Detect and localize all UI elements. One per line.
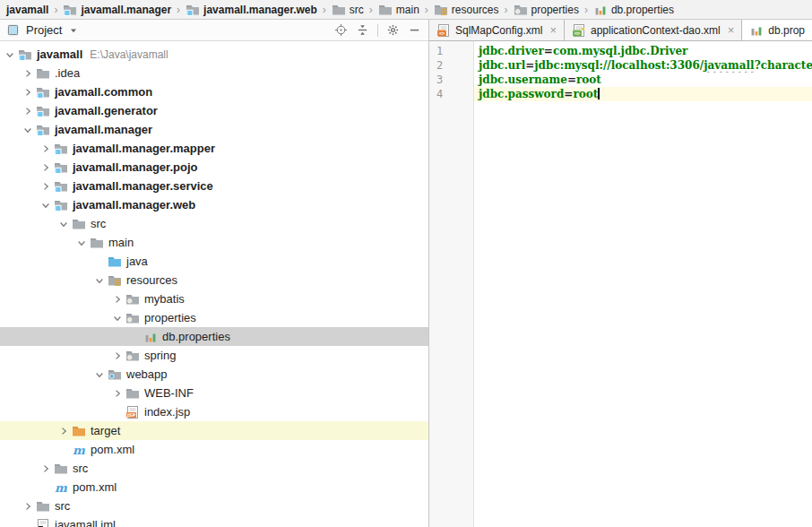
tree-row[interactable]: mybatis [0, 289, 428, 308]
breadcrumb-label: javamall.manager [81, 4, 171, 16]
project-tree: javamallE:\Java\javamall.ideajavamall.co… [0, 41, 428, 527]
tree-item-label: main [108, 236, 134, 249]
chevron-right-icon[interactable] [20, 499, 36, 514]
resources-folder-icon [434, 3, 448, 17]
tree-row[interactable]: mpom.xml [0, 440, 428, 459]
tree-row[interactable]: javamall.manager.mapper [0, 139, 428, 158]
tree-row[interactable]: javamall.manager [0, 120, 428, 139]
tree-item-label: src [91, 217, 106, 230]
close-icon[interactable]: × [728, 24, 735, 36]
property-key: jdbc.driver [479, 45, 544, 57]
tree-row[interactable]: target [0, 421, 428, 440]
chevron-down-icon[interactable] [91, 273, 108, 288]
tree-row[interactable]: javamallE:\Java\javamall [0, 45, 428, 64]
project-tool-window: Project javamallE:\Java\javamall.ideajav… [0, 20, 429, 527]
code-line: jdbc.url=jdbc:mysql://localhost:3306/jav… [474, 58, 812, 73]
folder-icon [36, 499, 50, 514]
editor-tab[interactable]: <>applicationContext-dao.xml× [565, 20, 742, 40]
properties-file-icon [749, 23, 764, 38]
chevron-right-icon[interactable] [109, 349, 125, 363]
chevron-right-icon[interactable] [38, 160, 54, 175]
module-folder-icon [54, 198, 68, 212]
breadcrumb-separator: › [584, 4, 588, 16]
breadcrumb-item[interactable]: src [330, 0, 366, 19]
tree-row[interactable]: src [0, 214, 428, 233]
property-value: root [573, 88, 598, 100]
editor-tab[interactable]: db.prop [742, 20, 812, 41]
tree-row[interactable]: src [0, 497, 428, 515]
svg-text:JSP: JSP [126, 411, 135, 417]
tree-item-label: javamall.manager.web [73, 198, 195, 212]
chevron-right-icon[interactable] [38, 462, 54, 476]
property-value: ?characterEncodin [755, 59, 812, 72]
chevron-right-icon[interactable] [20, 66, 36, 81]
chevron-down-icon[interactable] [2, 48, 18, 62]
tree-row[interactable]: webapp [0, 365, 428, 384]
tree-row[interactable]: java [0, 252, 428, 271]
svg-text:m: m [55, 480, 67, 494]
breadcrumb-item[interactable]: javamall [4, 0, 50, 19]
tree-row[interactable]: WEB-INF [0, 384, 428, 402]
breadcrumb-item[interactable]: resources [432, 0, 501, 19]
tree-row[interactable]: .idea [0, 64, 428, 82]
tree-row[interactable]: javamall.generator [0, 101, 428, 120]
tree-item-label: WEB-INF [144, 386, 194, 400]
property-key: jdbc.password [479, 88, 564, 100]
hide-panel-icon[interactable] [408, 23, 421, 37]
tree-row[interactable]: javamall.iml [0, 515, 428, 527]
tree-row[interactable]: properties [0, 308, 428, 327]
chevron-right-icon[interactable] [20, 85, 36, 99]
chevron-down-icon[interactable] [109, 311, 125, 325]
property-value: root [576, 73, 601, 86]
equals-sign: = [544, 45, 553, 57]
tree-row[interactable]: javamall.manager.pojo [0, 158, 428, 177]
dropdown-caret-icon[interactable] [66, 23, 80, 37]
collapse-all-icon[interactable] [356, 23, 369, 37]
breadcrumb-item[interactable]: javamall.manager.web [184, 0, 319, 19]
breadcrumb-separator: › [425, 4, 428, 16]
text-cursor [598, 88, 600, 99]
module-folder-icon [54, 142, 68, 156]
tree-row[interactable]: main [0, 233, 428, 252]
chevron-down-icon[interactable] [91, 367, 108, 382]
line-number: 1 [429, 44, 473, 58]
tree-row[interactable]: javamall.manager.service [0, 177, 428, 195]
project-panel-title[interactable]: Project [26, 23, 62, 37]
breadcrumb-item[interactable]: javamall.manager [61, 0, 173, 19]
chevron-right-icon[interactable] [56, 424, 72, 438]
equals-sign: = [567, 73, 576, 86]
editor-area: <>SqlMapConfig.xml×<>applicationContext-… [429, 20, 812, 527]
chevron-right-icon[interactable] [109, 386, 125, 401]
breadcrumb-item[interactable]: main [376, 0, 421, 19]
chevron-right-icon[interactable] [20, 104, 36, 118]
breadcrumb-item[interactable]: db.properties [592, 0, 676, 19]
tree-item-label: resources [126, 273, 177, 287]
editor-tab[interactable]: <>SqlMapConfig.xml× [429, 20, 565, 40]
tree-row[interactable]: spring [0, 346, 428, 365]
chevron-right-icon[interactable] [38, 179, 54, 194]
tree-row[interactable]: javamall.common [0, 82, 428, 101]
breadcrumb-item[interactable]: properties [512, 0, 581, 19]
tree-row[interactable]: JSPindex.jsp [0, 402, 428, 421]
tree-row[interactable]: resources [0, 271, 428, 289]
tree-row[interactable]: javamall.manager.web [0, 195, 428, 214]
chevron-down-icon[interactable] [20, 123, 36, 137]
tree-item-label: javamall.manager.mapper [73, 142, 215, 155]
tree-row[interactable]: db.properties [0, 327, 428, 346]
tree-item-label: src [55, 499, 70, 513]
locate-icon[interactable] [334, 23, 348, 37]
tree-row[interactable]: mpom.xml [0, 478, 428, 497]
code-editor[interactable]: jdbc.driver=com.mysql.jdbc.Driverjdbc.ur… [474, 41, 812, 527]
settings-gear-icon[interactable] [386, 23, 400, 37]
tree-row[interactable]: src [0, 459, 428, 478]
breadcrumb-separator: › [323, 4, 326, 16]
chevron-right-icon[interactable] [109, 292, 125, 307]
folder-icon [72, 217, 86, 231]
tree-item-label: javamall.common [55, 85, 152, 99]
chevron-down-icon[interactable] [56, 217, 72, 231]
chevron-down-icon[interactable] [38, 198, 54, 212]
header-separator [377, 24, 378, 37]
chevron-right-icon[interactable] [38, 142, 54, 156]
close-icon[interactable]: × [549, 24, 557, 36]
chevron-down-icon[interactable] [73, 236, 90, 250]
